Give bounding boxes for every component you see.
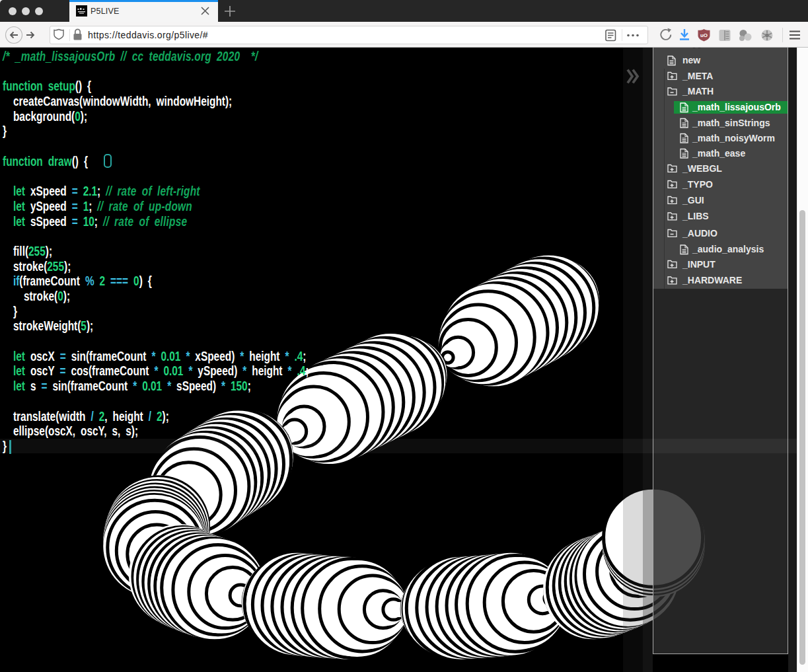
svg-text:uO: uO: [700, 32, 708, 38]
